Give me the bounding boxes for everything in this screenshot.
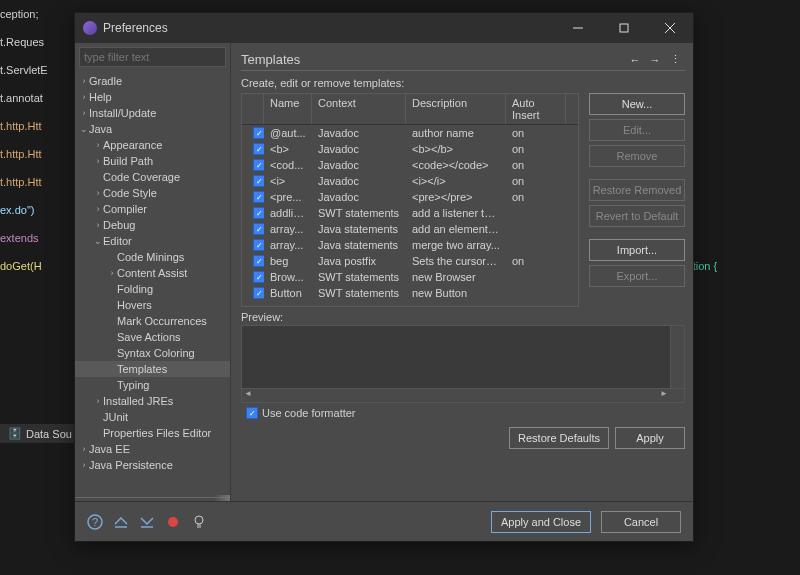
edit-button: Edit... bbox=[589, 119, 685, 141]
import-prefs-icon[interactable] bbox=[113, 514, 129, 530]
footer: ? Apply and Close Cancel bbox=[75, 501, 693, 541]
record-icon[interactable] bbox=[165, 514, 181, 530]
tree-item[interactable]: Syntax Coloring bbox=[75, 345, 230, 361]
tree-item[interactable]: ›Code Style bbox=[75, 185, 230, 201]
tree-item[interactable]: Mark Occurrences bbox=[75, 313, 230, 329]
tree-item[interactable]: Properties Files Editor bbox=[75, 425, 230, 441]
table-row[interactable]: ✓<i>Javadoc<i></i>on bbox=[242, 173, 578, 189]
remove-button: Remove bbox=[589, 145, 685, 167]
templates-table[interactable]: Name Context Description Auto Insert ✓@a… bbox=[241, 93, 579, 307]
filter-input[interactable] bbox=[79, 47, 226, 67]
minimize-button[interactable] bbox=[555, 13, 601, 43]
sidebar: ›Gradle›Help›Install/Update⌄Java›Appeara… bbox=[75, 43, 231, 501]
titlebar[interactable]: Preferences bbox=[75, 13, 693, 43]
preferences-dialog: Preferences ›Gradle›Help›Install/Update⌄… bbox=[74, 12, 694, 542]
row-checkbox[interactable]: ✓ bbox=[253, 143, 264, 155]
svg-rect-1 bbox=[620, 24, 628, 32]
tree-item[interactable]: ›Install/Update bbox=[75, 105, 230, 121]
main-panel: Templates ← → ⋮ Create, edit or remove t… bbox=[231, 43, 693, 501]
row-checkbox[interactable]: ✓ bbox=[253, 223, 264, 235]
restore-removed-button: Restore Removed bbox=[589, 179, 685, 201]
table-row[interactable]: ✓array...Java statementsmerge two array.… bbox=[242, 237, 578, 253]
close-button[interactable] bbox=[647, 13, 693, 43]
button-column: New... Edit... Remove Restore Removed Re… bbox=[589, 93, 685, 307]
eclipse-icon bbox=[83, 21, 97, 35]
row-checkbox[interactable]: ✓ bbox=[253, 159, 264, 171]
svg-point-6 bbox=[168, 517, 178, 527]
preference-tree[interactable]: ›Gradle›Help›Install/Update⌄Java›Appeara… bbox=[75, 71, 230, 493]
table-row[interactable]: ✓@aut...Javadocauthor nameon bbox=[242, 125, 578, 141]
table-header[interactable]: Name Context Description Auto Insert bbox=[242, 94, 578, 125]
restore-defaults-button[interactable]: Restore Defaults bbox=[509, 427, 609, 449]
revert-button: Revert to Default bbox=[589, 205, 685, 227]
row-checkbox[interactable]: ✓ bbox=[253, 127, 264, 139]
window-title: Preferences bbox=[103, 21, 555, 35]
cancel-button[interactable]: Cancel bbox=[601, 511, 681, 533]
row-checkbox[interactable]: ✓ bbox=[253, 175, 264, 187]
export-button: Export... bbox=[589, 265, 685, 287]
table-row[interactable]: ✓<b>Javadoc<b></b>on bbox=[242, 141, 578, 157]
use-formatter-checkbox[interactable]: ✓ bbox=[246, 407, 258, 419]
tree-item[interactable]: ⌄Editor bbox=[75, 233, 230, 249]
tree-item[interactable]: ›Help bbox=[75, 89, 230, 105]
scrollbar-horizontal[interactable] bbox=[242, 388, 684, 402]
database-icon: 🗄️ bbox=[8, 427, 22, 440]
table-row[interactable]: ✓begJava postfixSets the cursor t...on bbox=[242, 253, 578, 269]
tree-item[interactable]: ›Build Path bbox=[75, 153, 230, 169]
page-title: Templates bbox=[241, 52, 625, 67]
apply-and-close-button[interactable]: Apply and Close bbox=[491, 511, 591, 533]
preview-box[interactable] bbox=[241, 325, 685, 403]
row-checkbox[interactable]: ✓ bbox=[253, 255, 264, 267]
tree-item[interactable]: Typing bbox=[75, 377, 230, 393]
resize-handle[interactable] bbox=[75, 497, 230, 501]
row-checkbox[interactable]: ✓ bbox=[253, 271, 264, 283]
row-checkbox[interactable]: ✓ bbox=[253, 207, 264, 219]
tree-item[interactable]: ›Gradle bbox=[75, 73, 230, 89]
new-button[interactable]: New... bbox=[589, 93, 685, 115]
table-row[interactable]: ✓<cod...Javadoc<code></code>on bbox=[242, 157, 578, 173]
col-description[interactable]: Description bbox=[406, 94, 506, 124]
table-row[interactable]: ✓array...Java statementsadd an element t… bbox=[242, 221, 578, 237]
svg-text:?: ? bbox=[92, 516, 98, 528]
tree-item[interactable]: ›Content Assist bbox=[75, 265, 230, 281]
table-row[interactable]: ✓<pre...Javadoc<pre></pre>on bbox=[242, 189, 578, 205]
use-formatter-label: Use code formatter bbox=[262, 407, 356, 419]
tree-item[interactable]: ›Java EE bbox=[75, 441, 230, 457]
page-description: Create, edit or remove templates: bbox=[241, 77, 685, 89]
tree-item[interactable]: ›Debug bbox=[75, 217, 230, 233]
lightbulb-icon[interactable] bbox=[191, 514, 207, 530]
row-checkbox[interactable]: ✓ bbox=[253, 239, 264, 251]
svg-point-7 bbox=[195, 516, 203, 524]
table-row[interactable]: ✓addlis...SWT statementsadd a listener t… bbox=[242, 205, 578, 221]
col-name[interactable]: Name bbox=[264, 94, 312, 124]
tree-item[interactable]: Templates bbox=[75, 361, 230, 377]
tree-item[interactable]: ⌄Java bbox=[75, 121, 230, 137]
import-button[interactable]: Import... bbox=[589, 239, 685, 261]
export-prefs-icon[interactable] bbox=[139, 514, 155, 530]
preview-label: Preview: bbox=[241, 311, 685, 323]
back-button[interactable]: ← bbox=[625, 51, 645, 69]
tree-item[interactable]: ›Installed JREs bbox=[75, 393, 230, 409]
menu-button[interactable]: ⋮ bbox=[665, 51, 685, 69]
tree-item[interactable]: ›Compiler bbox=[75, 201, 230, 217]
forward-button[interactable]: → bbox=[645, 51, 665, 69]
col-context[interactable]: Context bbox=[312, 94, 406, 124]
col-autoinsert[interactable]: Auto Insert bbox=[506, 94, 566, 124]
row-checkbox[interactable]: ✓ bbox=[253, 287, 264, 299]
data-sources-tab[interactable]: 🗄️ Data Sou bbox=[0, 424, 80, 443]
table-row[interactable]: ✓ButtonSWT statementsnew Button bbox=[242, 285, 578, 301]
tree-item[interactable]: Folding bbox=[75, 281, 230, 297]
tree-item[interactable]: Hovers bbox=[75, 297, 230, 313]
maximize-button[interactable] bbox=[601, 13, 647, 43]
tree-item[interactable]: JUnit bbox=[75, 409, 230, 425]
row-checkbox[interactable]: ✓ bbox=[253, 191, 264, 203]
tree-item[interactable]: Code Coverage bbox=[75, 169, 230, 185]
tree-item[interactable]: Code Minings bbox=[75, 249, 230, 265]
apply-button[interactable]: Apply bbox=[615, 427, 685, 449]
tree-item[interactable]: Save Actions bbox=[75, 329, 230, 345]
help-icon[interactable]: ? bbox=[87, 514, 103, 530]
tree-item[interactable]: ›Java Persistence bbox=[75, 457, 230, 473]
tree-item[interactable]: ›Appearance bbox=[75, 137, 230, 153]
table-row[interactable]: ✓Brow...SWT statementsnew Browser bbox=[242, 269, 578, 285]
